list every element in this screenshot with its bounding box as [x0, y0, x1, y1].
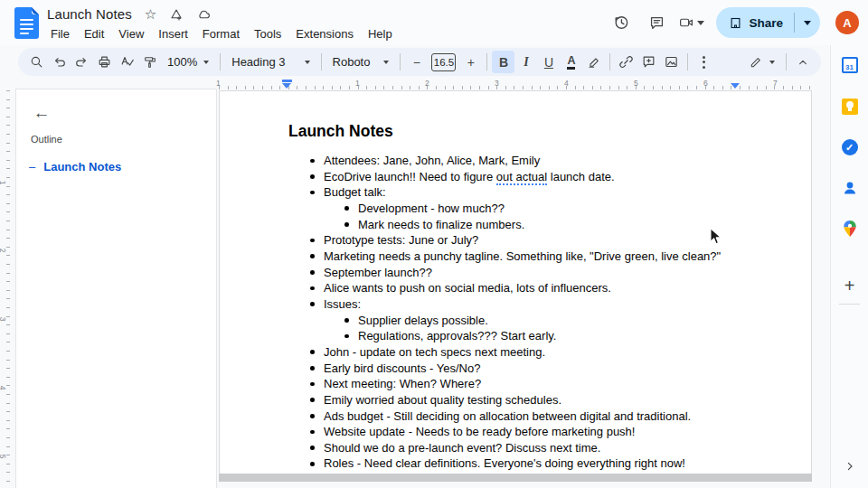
- list-item[interactable]: Next meeting: When? Where?: [220, 376, 811, 392]
- decrease-font-size-button[interactable]: −: [405, 51, 428, 73]
- spelling-check-icon[interactable]: [116, 51, 138, 73]
- list-item[interactable]: Ads budget - Still deciding on allocatio…: [220, 408, 811, 425]
- more-toolbar-options-icon[interactable]: [693, 51, 715, 73]
- show-side-panel-chevron-icon[interactable]: [843, 459, 857, 474]
- bold-button[interactable]: B: [492, 51, 514, 73]
- font-size-input[interactable]: 16.5: [431, 53, 456, 71]
- list-item[interactable]: Regulations, approvals??? Start early.: [220, 328, 811, 344]
- list-item[interactable]: Should we do a pre-launch event? Discuss…: [220, 440, 811, 456]
- move-to-drive-icon[interactable]: [169, 7, 184, 22]
- list-item[interactable]: Development - how much??: [220, 201, 811, 217]
- bullet-dot-icon: [310, 414, 315, 418]
- list-item[interactable]: Attendees: Jane, John, Alice, Mark, Emil…: [220, 153, 811, 169]
- google-docs-logo-icon[interactable]: [14, 7, 39, 39]
- left-indent-marker[interactable]: [282, 80, 292, 89]
- list-item[interactable]: Emily worried about quality testing sche…: [220, 392, 811, 408]
- bullet-dot-icon: [310, 462, 315, 466]
- account-avatar[interactable]: A: [835, 11, 859, 34]
- bullet-dot-icon: [310, 191, 315, 195]
- outline-item-launch-notes[interactable]: –Launch Notes: [16, 156, 216, 177]
- menu-view[interactable]: View: [111, 25, 151, 42]
- share-button[interactable]: Share: [716, 7, 820, 38]
- bullet-dot-icon: [344, 206, 349, 211]
- redo-icon[interactable]: [71, 51, 93, 73]
- list-item[interactable]: Mark needs to finalize numbers.: [220, 217, 811, 233]
- bullet-dot-icon: [310, 350, 315, 354]
- meet-video-call-button[interactable]: [677, 14, 704, 31]
- list-item[interactable]: Roles - Need clear definitions. Everyone…: [220, 455, 811, 472]
- list-item[interactable]: Website update - Needs to be ready befor…: [220, 424, 811, 440]
- share-dropdown-caret-icon[interactable]: [795, 7, 820, 38]
- bullet-dot-icon: [310, 174, 315, 179]
- menu-format[interactable]: Format: [195, 25, 247, 42]
- comments-icon[interactable]: [642, 8, 671, 37]
- formatting-toolbar: 100% Heading 3 Roboto − 16.5 + B I U A: [18, 48, 821, 76]
- add-comment-icon[interactable]: [637, 51, 660, 73]
- right-indent-marker[interactable]: [731, 83, 740, 89]
- list-item[interactable]: Budget talk:: [220, 184, 811, 201]
- bullet-dot-icon: [310, 159, 315, 164]
- font-family-select[interactable]: Roboto: [326, 51, 396, 73]
- version-history-icon[interactable]: [607, 8, 636, 37]
- ruler-number: 4: [0, 386, 7, 390]
- list-item[interactable]: Alice wants to push on social media, lot…: [220, 280, 811, 296]
- bullet-dot-icon: [310, 366, 315, 371]
- list-item[interactable]: September launch??: [220, 265, 811, 281]
- menu-help[interactable]: Help: [361, 25, 400, 42]
- search-menus-icon[interactable]: [25, 51, 48, 73]
- insert-link-icon[interactable]: [615, 51, 637, 73]
- bullet-dot-icon: [310, 382, 315, 387]
- hide-menus-chevron-icon[interactable]: [791, 51, 814, 73]
- ruler-number: 2: [0, 249, 7, 253]
- grammar-suggestion[interactable]: out actual: [496, 170, 547, 185]
- star-icon[interactable]: ☆: [145, 7, 156, 22]
- get-addons-button[interactable]: +: [837, 273, 863, 298]
- document-status-cloud-icon[interactable]: [196, 7, 212, 22]
- maps-icon[interactable]: [837, 216, 863, 241]
- menu-tools[interactable]: Tools: [247, 25, 288, 42]
- list-item[interactable]: Supplier delays possible.: [220, 313, 811, 329]
- document-title[interactable]: Launch Notes: [47, 6, 132, 22]
- zoom-select[interactable]: 100%: [161, 51, 215, 73]
- tasks-icon[interactable]: ✓: [837, 135, 863, 160]
- outline-item-label: Launch Notes: [43, 160, 121, 174]
- keep-icon[interactable]: [837, 94, 863, 119]
- document-page[interactable]: Launch Notes Attendees: Jane, John, Alic…: [219, 90, 812, 474]
- menu-file[interactable]: File: [43, 25, 77, 42]
- close-outline-icon[interactable]: ←: [30, 101, 53, 125]
- bullet-dot-icon: [344, 222, 349, 227]
- document-heading[interactable]: Launch Notes: [288, 122, 393, 141]
- list-item[interactable]: Issues:: [220, 296, 811, 313]
- page-bottom-edge: [219, 474, 812, 482]
- list-item[interactable]: Early bird discounts - Yes/No?: [220, 361, 811, 377]
- text-color-button[interactable]: A: [560, 51, 582, 73]
- paragraph-style-select[interactable]: Heading 3: [225, 51, 316, 73]
- contacts-icon[interactable]: [837, 175, 863, 201]
- insert-image-icon[interactable]: [660, 51, 683, 73]
- menu-insert[interactable]: Insert: [151, 25, 195, 42]
- paint-format-icon[interactable]: [138, 51, 161, 73]
- list-item[interactable]: Prototype tests: June or July?: [220, 232, 811, 249]
- bullet-dot-icon: [310, 254, 315, 258]
- side-panel-divider: [839, 304, 860, 305]
- editing-mode-select[interactable]: [742, 51, 781, 73]
- menu-edit[interactable]: Edit: [77, 25, 111, 42]
- ruler-number: 3: [0, 317, 7, 322]
- highlight-color-icon[interactable]: [582, 51, 605, 73]
- share-lock-icon: [729, 16, 742, 30]
- menu-extensions[interactable]: Extensions: [288, 25, 361, 42]
- underline-button[interactable]: U: [537, 51, 560, 73]
- list-item[interactable]: Marketing needs a punchy tagline. Someth…: [220, 249, 811, 265]
- undo-icon[interactable]: [48, 51, 71, 73]
- ruler-number: 7: [773, 79, 778, 88]
- calendar-icon[interactable]: 31: [837, 52, 863, 78]
- ruler-number: 5: [634, 79, 638, 88]
- meet-dropdown-caret-icon[interactable]: [697, 21, 704, 25]
- print-icon[interactable]: [93, 51, 116, 73]
- increase-font-size-button[interactable]: +: [459, 51, 482, 73]
- list-item[interactable]: EcoDrive launch!! Need to figure out act…: [220, 169, 811, 185]
- italic-button[interactable]: I: [514, 51, 537, 73]
- bullet-dot-icon: [310, 430, 315, 435]
- bullet-dot-icon: [310, 270, 315, 275]
- list-item[interactable]: John - update on tech specs next meeting…: [220, 344, 811, 361]
